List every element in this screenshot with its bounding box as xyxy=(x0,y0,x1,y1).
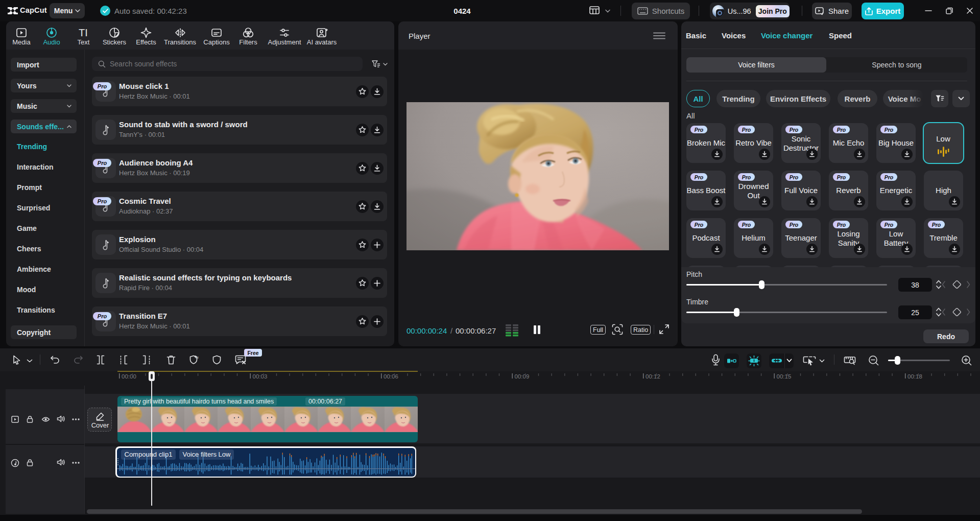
svg-text:00:00: 00:00 xyxy=(122,373,136,380)
svg-text:AI: AI xyxy=(196,356,199,359)
svg-text:00:03: 00:03 xyxy=(253,373,268,380)
svg-text:00:12: 00:12 xyxy=(646,373,660,380)
svg-text:00:15: 00:15 xyxy=(777,373,792,380)
svg-text:00:18: 00:18 xyxy=(907,373,922,380)
svg-text:TI: TI xyxy=(79,27,88,38)
svg-text:00:09: 00:09 xyxy=(515,373,530,380)
svg-text:00:06: 00:06 xyxy=(384,373,398,380)
